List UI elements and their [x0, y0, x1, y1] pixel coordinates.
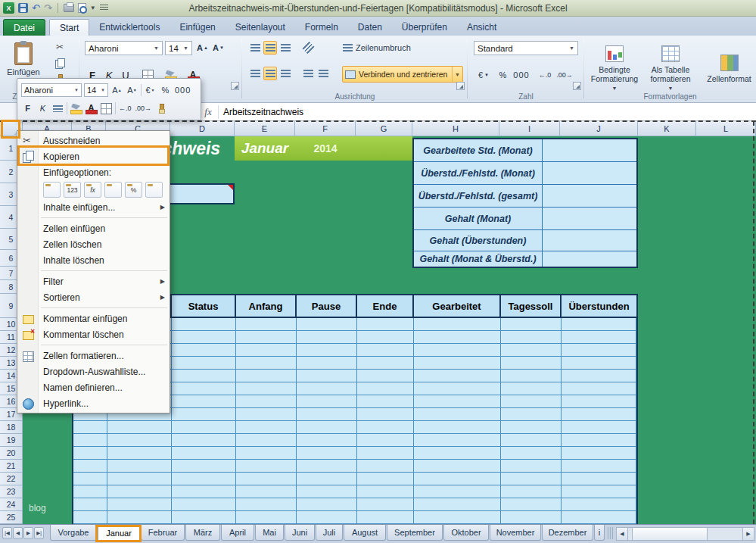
ribbon-tab-einfuegen[interactable]: Einfügen [170, 19, 225, 36]
sheet-tab-februar[interactable]: Februar [141, 525, 185, 541]
table-cell[interactable] [357, 434, 414, 447]
column-header-K[interactable]: K [638, 121, 696, 136]
table-cell[interactable] [414, 473, 501, 485]
table-cell[interactable] [414, 460, 501, 473]
ribbon-tab-daten[interactable]: Daten [348, 19, 392, 36]
table-cell[interactable] [107, 434, 172, 447]
table-cell[interactable] [297, 434, 357, 447]
menu-item-namen-definieren[interactable]: Namen definieren... [17, 379, 170, 395]
scrollbar-thumb[interactable] [632, 528, 708, 540]
table-cell[interactable] [236, 395, 297, 408]
table-cell[interactable] [562, 473, 636, 485]
table-cell[interactable] [107, 460, 172, 473]
mini-shrink-font-button[interactable]: A▼ [126, 83, 138, 97]
table-cell[interactable] [107, 485, 172, 498]
table-cell[interactable] [562, 395, 636, 408]
sheet-tab-november[interactable]: November [490, 525, 541, 541]
ribbon-tab-datei[interactable]: Datei [3, 19, 45, 36]
table-cell[interactable] [297, 460, 357, 473]
summary-value-cell[interactable] [543, 162, 636, 184]
excel-app-icon[interactable] [3, 2, 14, 14]
shrink-font-button[interactable]: A▼ [211, 41, 226, 55]
menu-item-inhalte-loeschen[interactable]: Inhalte löschen [17, 252, 170, 268]
table-cell[interactable] [501, 344, 562, 357]
table-header-ende[interactable]: Ende [357, 295, 414, 317]
column-header-F[interactable]: F [295, 121, 356, 136]
table-cell[interactable] [562, 344, 636, 357]
table-cell[interactable] [172, 511, 236, 524]
column-header-D[interactable]: D [170, 121, 235, 136]
table-cell[interactable] [357, 447, 414, 460]
sheet-tab-i[interactable]: i [594, 525, 605, 541]
table-cell[interactable] [414, 318, 501, 331]
table-cell[interactable] [297, 382, 357, 395]
table-cell[interactable] [414, 485, 501, 498]
mini-decrease-decimal-button[interactable] [135, 101, 153, 115]
menu-item-inhalte-einfuegen[interactable]: Inhalte einfügen...▶ [17, 199, 170, 215]
table-cell[interactable] [501, 370, 562, 382]
table-cell[interactable] [236, 447, 297, 460]
align-right-button[interactable] [278, 67, 292, 80]
table-cell[interactable] [414, 370, 501, 382]
table-cell[interactable] [172, 434, 236, 447]
table-cell[interactable] [414, 408, 501, 421]
table-cell[interactable] [501, 460, 562, 473]
table-cell[interactable] [172, 421, 236, 434]
undo-icon[interactable] [32, 2, 40, 14]
table-cell[interactable] [562, 460, 636, 473]
align-top-button[interactable] [248, 41, 262, 55]
font-name-combo[interactable]: Aharoni▼ [85, 41, 163, 55]
mini-fill-color-button[interactable] [70, 101, 82, 115]
table-cell[interactable] [562, 331, 636, 344]
table-cell[interactable] [357, 473, 414, 485]
ribbon-tab-ansicht[interactable]: Ansicht [457, 19, 506, 36]
table-cell[interactable] [501, 331, 562, 344]
accounting-format-button[interactable]: €▼ [474, 67, 493, 83]
table-header-ueberstunden[interactable]: Überstunden [562, 295, 636, 317]
grow-font-button[interactable]: A▲ [195, 41, 210, 55]
table-cell[interactable] [562, 485, 636, 498]
column-header-G[interactable]: G [356, 121, 412, 136]
table-cell[interactable] [562, 408, 636, 421]
table-cell[interactable] [501, 511, 562, 524]
paste-option-percent-icon[interactable]: % [125, 182, 142, 198]
table-cell[interactable] [73, 511, 107, 524]
sheet-tab-august[interactable]: August [344, 525, 386, 541]
ribbon-tab-formeln[interactable]: Formeln [295, 19, 348, 36]
table-header-anfang[interactable]: Anfang [236, 295, 297, 317]
table-cell[interactable] [501, 357, 562, 370]
mini-accounting-button[interactable]: €▼ [144, 83, 157, 97]
formula-input[interactable]: Arbeitszeitnachweis [223, 107, 303, 117]
table-cell[interactable] [562, 421, 636, 434]
table-cell[interactable] [501, 485, 562, 498]
table-header-gearbeitet[interactable]: Gearbeitet [414, 295, 501, 317]
row-header-20[interactable]: 20 [0, 447, 23, 460]
table-cell[interactable] [172, 498, 236, 511]
table-cell[interactable] [297, 408, 357, 421]
mini-italic-button[interactable]: K [36, 101, 49, 115]
table-cell[interactable] [73, 447, 107, 460]
table-cell[interactable] [562, 382, 636, 395]
mini-increase-decimal-button[interactable] [118, 101, 132, 115]
table-cell[interactable] [414, 511, 501, 524]
table-cell[interactable] [73, 434, 107, 447]
table-cell[interactable] [236, 357, 297, 370]
table-cell[interactable] [414, 382, 501, 395]
mini-font-color-button[interactable] [85, 101, 98, 115]
mini-format-painter-button[interactable] [154, 101, 167, 115]
table-cell[interactable] [107, 421, 172, 434]
table-cell[interactable] [414, 344, 501, 357]
table-cell[interactable] [297, 485, 357, 498]
align-bottom-button[interactable] [278, 41, 292, 55]
table-cell[interactable] [236, 511, 297, 524]
table-cell[interactable] [357, 357, 414, 370]
align-middle-button[interactable] [263, 41, 277, 55]
table-cell[interactable] [501, 473, 562, 485]
increase-decimal-button[interactable] [536, 67, 554, 83]
mini-center-button[interactable] [51, 101, 64, 115]
table-header-tagessoll[interactable]: Tagessoll [501, 295, 562, 317]
align-left-button[interactable] [248, 67, 262, 80]
row-header-25[interactable]: 25 [0, 511, 23, 524]
table-cell[interactable] [357, 421, 414, 434]
mini-grow-font-button[interactable]: A▲ [110, 83, 123, 97]
